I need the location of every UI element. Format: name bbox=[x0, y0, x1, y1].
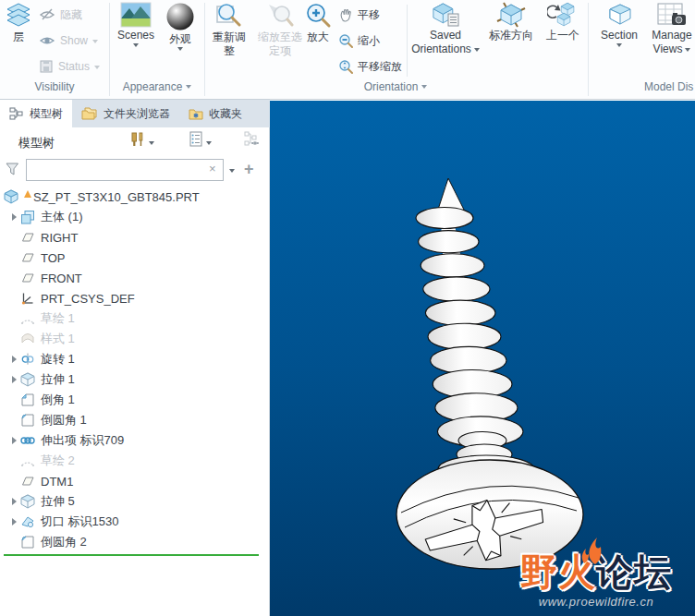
scenes-icon bbox=[120, 2, 152, 28]
tree-item-label: RIGHT bbox=[41, 231, 78, 245]
revolve-icon bbox=[20, 352, 35, 367]
tree-filter-input[interactable] bbox=[26, 159, 224, 181]
model-tree-panel: 模型树 × + SZ_PT_ST3X10_GBT845.PRT主体 (1)RIG… bbox=[0, 127, 270, 616]
part-icon bbox=[4, 189, 18, 204]
clear-filter-icon[interactable]: × bbox=[209, 163, 216, 175]
arrow-spacer bbox=[9, 333, 20, 344]
model-tree-icon bbox=[9, 106, 24, 121]
body-icon bbox=[20, 210, 35, 224]
expand-arrow-icon[interactable] bbox=[9, 516, 20, 527]
arrow-spacer bbox=[9, 313, 20, 324]
tab-folder-browser[interactable]: 文件夹浏览器 bbox=[72, 100, 179, 127]
tree-item-label: 拉伸 5 bbox=[41, 493, 75, 510]
tab-favorites[interactable]: 收藏夹 bbox=[179, 100, 251, 127]
scenes-button[interactable]: Scenes bbox=[113, 2, 159, 47]
tree-item[interactable]: SZ_PT_ST3X10_GBT845.PRT bbox=[0, 187, 268, 207]
tree-item[interactable]: 伸出项 标识709 bbox=[0, 430, 268, 451]
zoom-to-selected-button[interactable]: 缩放至选 定项 bbox=[255, 2, 305, 57]
arrow-spacer bbox=[9, 232, 20, 243]
tree-settings-button[interactable] bbox=[189, 131, 212, 148]
ribbon-toolbar: 层 隐藏 Show Status Visibility S bbox=[0, 0, 695, 100]
csys-icon bbox=[20, 291, 35, 306]
tree-item[interactable]: 拉伸 1 bbox=[0, 369, 268, 390]
tree-item[interactable]: 草绘 2 bbox=[0, 451, 268, 471]
zoom-to-selected-icon bbox=[266, 2, 294, 30]
tree-eye-icon bbox=[244, 131, 261, 148]
zoom-in-label: 放大 bbox=[307, 30, 329, 43]
expand-arrow-icon[interactable] bbox=[9, 354, 20, 365]
hide-label: 隐藏 bbox=[60, 7, 82, 23]
tree-item[interactable]: TOP bbox=[0, 248, 268, 268]
expand-arrow-icon[interactable] bbox=[9, 211, 20, 223]
section-icon bbox=[605, 2, 633, 28]
tree-item[interactable]: 倒圆角 1 bbox=[0, 410, 268, 430]
tree-item[interactable]: 拉伸 5 bbox=[0, 491, 268, 512]
tree-item-label: 倒圆角 1 bbox=[41, 412, 87, 429]
filter-dropdown-caret-icon[interactable] bbox=[229, 169, 235, 173]
tree-item[interactable]: 旋转 1 bbox=[0, 349, 268, 369]
3d-viewport[interactable]: 野火论坛 www.proewildfire.cn bbox=[270, 101, 695, 616]
pan-zoom-button[interactable]: 平移缩放 bbox=[336, 54, 407, 79]
tree-item[interactable]: RIGHT bbox=[0, 227, 268, 248]
tree-display-button[interactable] bbox=[244, 131, 261, 148]
dropdown-caret-icon bbox=[186, 85, 191, 89]
filter-funnel-icon[interactable] bbox=[6, 163, 19, 176]
expand-arrow-icon[interactable] bbox=[9, 374, 20, 385]
zoom-in-button[interactable]: 放大 bbox=[301, 2, 335, 43]
arrow-spacer bbox=[9, 293, 20, 304]
insert-indicator-line[interactable] bbox=[4, 554, 259, 556]
tree-item-label: SZ_PT_ST3X10_GBT845.PRT bbox=[33, 190, 200, 204]
tree-item-label: DTM1 bbox=[41, 475, 73, 489]
layers-button[interactable]: 层 bbox=[2, 2, 35, 43]
add-filter-button[interactable]: + bbox=[244, 159, 254, 179]
refit-icon bbox=[215, 2, 243, 30]
manage-views-button[interactable]: Manage Views bbox=[647, 2, 695, 55]
show-label: Show bbox=[60, 34, 88, 47]
previous-view-button[interactable]: 上一个 bbox=[542, 2, 584, 42]
tree-item[interactable]: FRONT bbox=[0, 268, 268, 288]
screw-model[interactable] bbox=[270, 101, 695, 616]
saved-orientations-button[interactable]: Saved Orientations bbox=[410, 2, 481, 55]
tree-item[interactable]: PRT_CSYS_DEF bbox=[0, 288, 268, 308]
standard-orientation-button[interactable]: 标准方向 bbox=[484, 2, 538, 42]
show-button[interactable]: Show bbox=[37, 28, 109, 54]
tree-item[interactable]: 倒圆角 2 bbox=[0, 532, 268, 552]
expand-arrow-icon[interactable] bbox=[9, 496, 20, 507]
pan-button[interactable]: 平移 bbox=[336, 2, 407, 28]
pan-hand-icon bbox=[338, 7, 353, 22]
expand-arrow-icon[interactable] bbox=[9, 435, 20, 446]
tree-item[interactable]: 倒角 1 bbox=[0, 390, 268, 410]
status-button[interactable]: Status bbox=[37, 54, 109, 79]
tree-item-label: 样式 1 bbox=[41, 331, 75, 347]
layers-label: 层 bbox=[13, 30, 24, 43]
tree-item[interactable]: 样式 1 bbox=[0, 329, 268, 349]
round-icon bbox=[20, 413, 35, 428]
section-button[interactable]: Section bbox=[595, 2, 643, 47]
tree-item[interactable]: 切口 标识1530 bbox=[0, 512, 268, 532]
tree-item[interactable]: DTM1 bbox=[0, 471, 268, 491]
plane-icon bbox=[20, 474, 35, 489]
tree-item[interactable]: 主体 (1) bbox=[0, 207, 268, 227]
extrude-icon bbox=[20, 494, 35, 509]
dropdown-caret-icon bbox=[92, 40, 98, 43]
eye-icon bbox=[39, 32, 55, 49]
tree-item-label: 切口 标识1530 bbox=[41, 513, 119, 530]
arrow-spacer bbox=[9, 394, 20, 405]
arrow-spacer bbox=[9, 476, 20, 487]
favorites-icon bbox=[189, 106, 203, 121]
arrow-spacer bbox=[9, 415, 20, 426]
previous-view-icon bbox=[547, 2, 579, 28]
plane-icon bbox=[20, 271, 35, 285]
inner-separator bbox=[407, 5, 408, 77]
appearance-button[interactable]: 外观 bbox=[161, 2, 200, 51]
flame-icon bbox=[573, 537, 604, 565]
zoom-in-icon bbox=[304, 2, 332, 30]
zoom-out-button[interactable]: 缩小 bbox=[336, 28, 407, 54]
refit-button[interactable]: 重新调 整 bbox=[205, 2, 253, 57]
tree-item[interactable]: 草绘 1 bbox=[0, 308, 268, 329]
tree-item-label: 倒圆角 2 bbox=[41, 534, 87, 550]
tab-model-tree[interactable]: 模型树 bbox=[0, 100, 72, 127]
hide-button[interactable]: 隐藏 bbox=[37, 2, 109, 28]
tree-tools-button[interactable] bbox=[129, 131, 154, 148]
dropdown-caret-icon bbox=[133, 43, 139, 47]
